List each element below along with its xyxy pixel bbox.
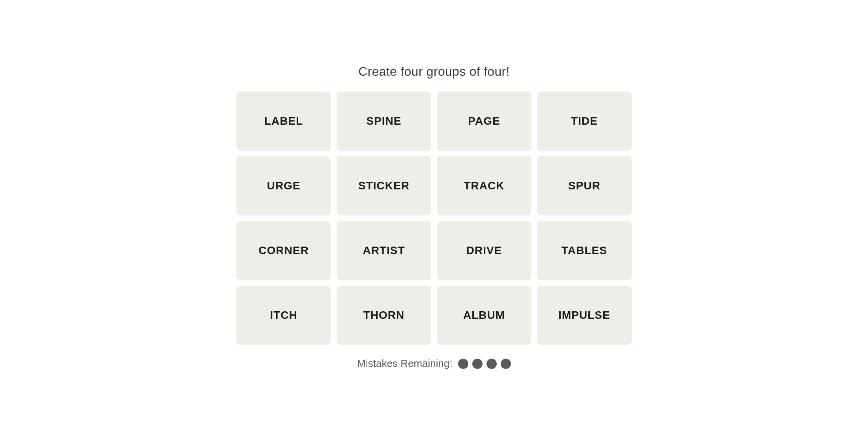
tile-track[interactable]: TRACK: [437, 156, 531, 215]
tile-label[interactable]: LABEL: [236, 92, 331, 151]
tile-label-itch: ITCH: [270, 309, 297, 322]
page-subtitle: Create four groups of four!: [358, 64, 509, 79]
tile-grid: LABELSPINEPAGETIDEURGESTICKERTRACKSPURCO…: [236, 92, 632, 345]
tile-label-tables: TABLES: [561, 244, 607, 257]
tile-label-sticker: STICKER: [358, 180, 410, 192]
tile-label-page: PAGE: [468, 115, 500, 127]
tile-tables[interactable]: TABLES: [537, 221, 632, 280]
tile-album[interactable]: ALBUM: [437, 286, 531, 345]
tile-spine[interactable]: SPINE: [337, 92, 431, 151]
tile-corner[interactable]: CORNER: [236, 221, 331, 280]
tile-artist[interactable]: ARTIST: [337, 221, 431, 280]
tile-label-track: TRACK: [464, 180, 505, 192]
tile-label-spur: SPUR: [568, 180, 600, 192]
mistake-dot-1: [458, 359, 468, 369]
tile-sticker[interactable]: STICKER: [337, 156, 431, 215]
tile-label-drive: DRIVE: [466, 244, 502, 257]
tile-itch[interactable]: ITCH: [236, 286, 331, 345]
mistake-dot-4: [501, 359, 511, 369]
tile-label-artist: ARTIST: [363, 244, 405, 257]
mistakes-dots: [458, 359, 511, 369]
tile-urge[interactable]: URGE: [236, 156, 331, 215]
tile-label-corner: CORNER: [258, 244, 309, 257]
tile-page[interactable]: PAGE: [437, 92, 531, 151]
tile-label-impulse: IMPULSE: [558, 309, 610, 322]
tile-label-album: ALBUM: [463, 309, 505, 322]
tile-label-tide: TIDE: [571, 115, 598, 127]
tile-label-spine: SPINE: [366, 115, 401, 127]
mistakes-label: Mistakes Remaining:: [357, 357, 452, 370]
tile-label-thorn: THORN: [363, 309, 405, 322]
mistake-dot-2: [472, 359, 483, 369]
tile-impulse[interactable]: IMPULSE: [537, 286, 632, 345]
page-wrapper: Create four groups of four! LABELSPINEPA…: [0, 41, 868, 393]
tile-spur[interactable]: SPUR: [537, 156, 632, 215]
tile-thorn[interactable]: THORN: [337, 286, 431, 345]
mistakes-row: Mistakes Remaining:: [357, 357, 511, 370]
tile-label-label: LABEL: [264, 115, 303, 127]
tile-label-urge: URGE: [267, 180, 301, 192]
mistake-dot-3: [486, 359, 497, 369]
tile-tide[interactable]: TIDE: [537, 92, 632, 151]
tile-drive[interactable]: DRIVE: [437, 221, 531, 280]
